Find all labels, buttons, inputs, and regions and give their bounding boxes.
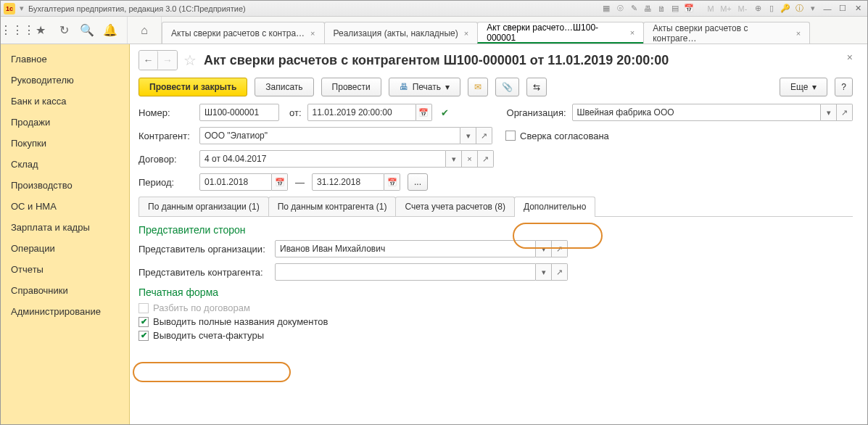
status-check-icon[interactable]: ✔ (441, 107, 449, 118)
toolbar-icon[interactable]: ⦾ (614, 3, 626, 15)
sidebar-item[interactable]: ОС и НМА (1, 196, 129, 217)
post-button[interactable]: Провести (321, 78, 381, 96)
m-label[interactable]: M (705, 3, 716, 15)
post-and-close-button[interactable]: Провести и закрыть (139, 78, 247, 96)
window-title-bar: 1c ▾ Бухгалтерия предприятия, редакция 3… (1, 1, 867, 17)
tab-item[interactable]: Реализация (акты, накладные)× (324, 22, 479, 44)
search-icon[interactable]: 🔍 (78, 21, 96, 40)
email-button[interactable]: ✉ (468, 78, 488, 96)
paperclip-icon: 📎 (502, 82, 513, 92)
key-icon[interactable]: 🔑 (780, 3, 791, 15)
inner-tab[interactable]: Счета учета расчетов (8) (395, 197, 514, 216)
dropdown-icon[interactable]: ▾ (807, 3, 819, 15)
clear-icon[interactable]: × (462, 150, 478, 168)
contract-label: Договор: (139, 154, 199, 165)
sidebar-item[interactable]: Операции (1, 238, 129, 259)
date-input[interactable]: 11.01.2019 20:00:00 (307, 104, 416, 121)
favorite-star-icon[interactable]: ☆ (183, 51, 197, 69)
attach-button[interactable]: 📎 (495, 78, 519, 96)
inner-tab[interactable]: По данным организации (1) (139, 197, 269, 216)
sidebar-item[interactable]: Производство (1, 175, 129, 196)
dropdown-icon[interactable]: ▾ (460, 127, 476, 144)
dropdown-icon[interactable]: ▾ (446, 150, 462, 168)
open-icon[interactable]: ↗ (552, 240, 568, 257)
toolbar-icon[interactable]: ✎ (628, 3, 640, 15)
toolbar-icon[interactable]: ▦ (600, 3, 612, 15)
sidebar-item[interactable]: Склад (1, 154, 129, 175)
sidebar-item[interactable]: Руководителю (1, 70, 129, 91)
sidebar-item[interactable]: Зарплата и кадры (1, 217, 129, 238)
more-button[interactable]: Еще▾ (780, 78, 827, 96)
write-button[interactable]: Записать (255, 78, 313, 96)
calendar-icon[interactable]: 📅 (384, 173, 400, 191)
period-select-button[interactable]: ... (408, 173, 428, 191)
org-input[interactable]: Швейная фабрика ООО (572, 104, 821, 121)
calc-icon[interactable]: ▯ (766, 3, 777, 15)
tab-item[interactable]: Акты сверки расчетов с контра…× (162, 22, 325, 44)
period-from-input[interactable]: 01.01.2018 (199, 173, 272, 191)
close-icon[interactable]: × (464, 29, 468, 38)
open-icon[interactable]: ↗ (478, 150, 494, 168)
rep-ctr-input[interactable] (275, 263, 536, 281)
rep-org-input[interactable]: Иванов Иван Михайлович (275, 240, 536, 257)
sidebar-item[interactable]: Администрирование (1, 301, 129, 322)
rep-ctr-label: Представитель контрагента: (139, 267, 275, 278)
maximize-button[interactable]: ☐ (836, 3, 849, 15)
contract-input[interactable]: 4 от 04.04.2017 (199, 150, 446, 168)
fullnames-checkbox[interactable]: ✔ (139, 317, 149, 327)
dropdown-icon[interactable]: ▾ (536, 240, 552, 257)
close-icon[interactable]: × (310, 29, 315, 38)
calendar-icon[interactable]: 📅 (272, 173, 288, 191)
close-window-button[interactable]: ✕ (851, 3, 864, 15)
sidebar-item[interactable]: Банк и касса (1, 91, 129, 112)
history-icon[interactable]: ↻ (54, 21, 73, 40)
open-icon[interactable]: ↗ (837, 104, 853, 121)
period-dash: — (295, 177, 305, 188)
open-icon[interactable]: ↗ (552, 263, 568, 281)
highlight-oval (133, 362, 291, 382)
contragent-input[interactable]: ООО "Элатиор" (199, 127, 460, 144)
m-minus-label[interactable]: M- (735, 3, 750, 15)
dropdown-icon[interactable]: ▾ (536, 263, 552, 281)
sidebar-item[interactable]: Покупки (1, 133, 129, 154)
print-button[interactable]: 🖶Печать▾ (389, 78, 460, 96)
dropdown-icon[interactable]: ▾ (821, 104, 837, 121)
back-button[interactable]: ← (139, 51, 158, 70)
inner-tabs: По данным организации (1) По данным конт… (139, 197, 853, 217)
calendar-icon[interactable]: 📅 (416, 104, 432, 121)
sidebar-item[interactable]: Отчеты (1, 259, 129, 280)
close-document-icon[interactable]: × (847, 51, 853, 63)
arrow-down-icon[interactable]: ▾ (20, 4, 24, 13)
bell-icon[interactable]: 🔔 (101, 21, 120, 40)
calendar-icon[interactable]: 📅 (683, 3, 695, 15)
invoices-checkbox[interactable]: ✔ (139, 331, 149, 341)
doc-icon[interactable]: 🗎 (656, 3, 667, 15)
open-icon[interactable]: ↗ (476, 127, 492, 144)
agreed-checkbox[interactable] (505, 131, 516, 141)
structure-button[interactable]: ⇆ (526, 78, 547, 96)
info-icon[interactable]: ⓘ (793, 3, 805, 15)
sidebar-item[interactable]: Главное (1, 49, 129, 70)
inner-tab-additional[interactable]: Дополнительно (514, 197, 595, 216)
close-icon[interactable]: × (630, 28, 635, 37)
star-icon[interactable]: ★ (31, 21, 50, 40)
close-icon[interactable]: × (796, 29, 801, 38)
home-icon[interactable]: ⌂ (135, 21, 154, 40)
tab-item[interactable]: Акт сверки расчето…Ш100-000001× (477, 22, 644, 44)
print-icon[interactable]: 🖶 (642, 3, 653, 15)
zoom-icon[interactable]: ⊕ (752, 3, 764, 15)
sidebar-item[interactable]: Справочники (1, 280, 129, 301)
split-checkbox[interactable] (139, 303, 149, 313)
tab-item[interactable]: Акты сверки расчетов с контраге…× (643, 22, 810, 44)
period-to-input[interactable]: 31.12.2018 (312, 173, 384, 191)
sidebar-item[interactable]: Продажи (1, 112, 129, 133)
number-input[interactable]: Ш100-000001 (199, 104, 279, 121)
help-button[interactable]: ? (835, 78, 853, 96)
m-plus-label[interactable]: M+ (719, 3, 733, 15)
app-logo-icon: 1c (4, 3, 15, 15)
apps-icon[interactable]: ⋮⋮⋮ (8, 21, 27, 40)
minimize-button[interactable]: — (821, 3, 834, 15)
inner-tab[interactable]: По данным контрагента (1) (268, 197, 397, 216)
table-icon[interactable]: ▤ (669, 3, 681, 15)
forward-button[interactable]: → (158, 51, 177, 70)
